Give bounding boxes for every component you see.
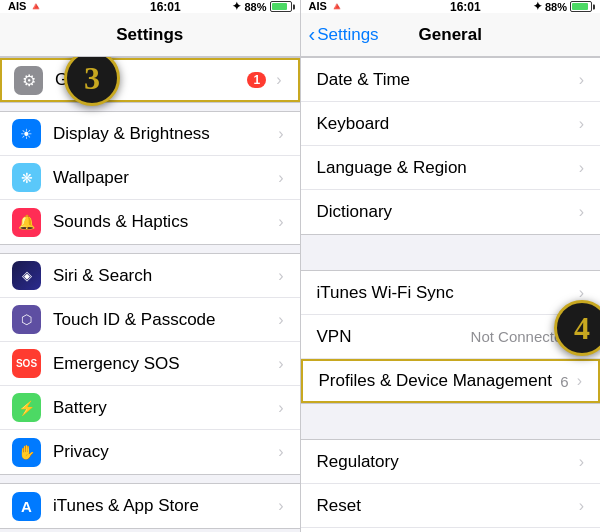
display-row[interactable]: ☀ Display & Brightness › xyxy=(0,112,300,156)
privacy-chevron: › xyxy=(278,443,283,461)
datetime-row[interactable]: Date & Time › xyxy=(301,58,601,102)
profiles-chevron: › xyxy=(577,372,582,390)
vpn-label: VPN xyxy=(317,327,471,347)
itunes-wifi-label: iTunes Wi-Fi Sync xyxy=(317,283,575,303)
battery-chevron: › xyxy=(278,399,283,417)
time-left: 16:01 xyxy=(150,0,181,14)
regulatory-row[interactable]: Regulatory › xyxy=(301,440,601,484)
touchid-chevron: › xyxy=(278,311,283,329)
battery-icon-right xyxy=(570,1,592,12)
time-right: 16:01 xyxy=(450,0,481,14)
sounds-chevron: › xyxy=(278,213,283,231)
itunes-group: A iTunes & App Store › xyxy=(0,483,300,529)
display-group: ☀ Display & Brightness › ❋ Wallpaper › 🔔… xyxy=(0,111,300,245)
touchid-row[interactable]: ⬡ Touch ID & Passcode › xyxy=(0,298,300,342)
settings-list: ⚙ General 1 › 3 ☀ Display & Brightness › xyxy=(0,57,300,532)
vpn-row[interactable]: VPN Not Connected › 4 xyxy=(301,315,601,359)
dictionary-row[interactable]: Dictionary › xyxy=(301,190,601,234)
regulatory-label: Regulatory xyxy=(317,452,575,472)
itunes-wifi-chevron: › xyxy=(579,284,584,302)
battery-label: Battery xyxy=(53,398,274,418)
datetime-label: Date & Time xyxy=(317,70,575,90)
settings-nav-bar: Settings xyxy=(0,13,300,57)
general-list: Date & Time › Keyboard › Language & Regi… xyxy=(301,57,601,532)
status-bar-left: AIS 🔺 16:01 ✦ 88% xyxy=(0,0,301,13)
siri-icon: ◈ xyxy=(12,261,41,290)
wallpaper-chevron: › xyxy=(278,169,283,187)
reset-chevron: › xyxy=(579,497,584,515)
keyboard-label: Keyboard xyxy=(317,114,575,134)
general-icon: ⚙ xyxy=(14,66,43,95)
dictionary-label: Dictionary xyxy=(317,202,575,222)
battery-icon-left xyxy=(270,1,292,12)
datetime-group: Date & Time › Keyboard › Language & Regi… xyxy=(301,57,601,235)
sounds-label: Sounds & Haptics xyxy=(53,212,274,232)
general-chevron: › xyxy=(276,71,281,89)
general-badge: 1 xyxy=(247,72,266,88)
settings-nav-title: Settings xyxy=(116,25,183,45)
display-icon: ☀ xyxy=(12,119,41,148)
itunes-icon: A xyxy=(12,492,41,521)
reset-label: Reset xyxy=(317,496,575,516)
battery-row[interactable]: ⚡ Battery › xyxy=(0,386,300,430)
battery-right-right: ✦ 88% xyxy=(533,0,592,13)
status-bar-right: AIS 🔺 16:01 ✦ 88% xyxy=(301,0,601,13)
wallpaper-icon: ❋ xyxy=(12,163,41,192)
bluetooth-icon-left: ✦ xyxy=(232,0,241,13)
privacy-label: Privacy xyxy=(53,442,274,462)
regulatory-chevron: › xyxy=(579,453,584,471)
bluetooth-icon-right: ✦ xyxy=(533,0,542,13)
privacy-row[interactable]: ✋ Privacy › xyxy=(0,430,300,474)
siri-group: ◈ Siri & Search › ⬡ Touch ID & Passcode … xyxy=(0,253,300,475)
itunes-row[interactable]: A iTunes & App Store › xyxy=(0,484,300,528)
privacy-icon: ✋ xyxy=(12,438,41,467)
keyboard-chevron: › xyxy=(579,115,584,133)
language-chevron: › xyxy=(579,159,584,177)
general-row[interactable]: ⚙ General 1 › 3 xyxy=(0,58,300,102)
sounds-row[interactable]: 🔔 Sounds & Haptics › xyxy=(0,200,300,244)
siri-row[interactable]: ◈ Siri & Search › xyxy=(0,254,300,298)
touchid-icon: ⬡ xyxy=(12,305,41,334)
sos-row[interactable]: SOS Emergency SOS › xyxy=(0,342,300,386)
sounds-icon: 🔔 xyxy=(12,208,41,237)
keyboard-row[interactable]: Keyboard › xyxy=(301,102,601,146)
step-4-circle: 4 xyxy=(554,300,600,356)
wallpaper-label: Wallpaper xyxy=(53,168,274,188)
general-nav-bar: ‹ Settings General xyxy=(301,13,601,57)
profiles-label: Profiles & Device Management xyxy=(319,371,561,391)
step-3-circle: 3 xyxy=(64,57,120,106)
display-chevron: › xyxy=(278,125,283,143)
battery-right-left: ✦ 88% xyxy=(232,0,291,13)
back-chevron: ‹ xyxy=(309,23,316,46)
siri-chevron: › xyxy=(278,267,283,285)
shutdown-row[interactable]: Shut Down xyxy=(301,528,601,532)
sos-chevron: › xyxy=(278,355,283,373)
sos-label: Emergency SOS xyxy=(53,354,274,374)
profiles-value: 6 xyxy=(560,373,568,390)
language-row[interactable]: Language & Region › xyxy=(301,146,601,190)
language-label: Language & Region xyxy=(317,158,575,178)
reset-row[interactable]: Reset › xyxy=(301,484,601,528)
back-label: Settings xyxy=(317,25,378,45)
itunes-chevron: › xyxy=(278,497,283,515)
general-panel: ‹ Settings General Date & Time › Keyboar… xyxy=(301,13,601,532)
display-label: Display & Brightness xyxy=(53,124,274,144)
siri-label: Siri & Search xyxy=(53,266,274,286)
dictionary-chevron: › xyxy=(579,203,584,221)
datetime-chevron: › xyxy=(579,71,584,89)
battery-icon-item: ⚡ xyxy=(12,393,41,422)
profiles-row[interactable]: Profiles & Device Management 6 › xyxy=(301,359,601,403)
itunes-label: iTunes & App Store xyxy=(53,496,274,516)
settings-panel: Settings ⚙ General 1 › 3 xyxy=(0,13,301,532)
wallpaper-row[interactable]: ❋ Wallpaper › xyxy=(0,156,300,200)
carrier-right: AIS 🔺 xyxy=(309,0,344,13)
regulatory-group: Regulatory › Reset › Shut Down xyxy=(301,439,601,532)
itunes-wifi-row[interactable]: iTunes Wi-Fi Sync › xyxy=(301,271,601,315)
carrier-left: AIS 🔺 xyxy=(8,0,43,13)
general-nav-title: General xyxy=(419,25,482,45)
back-button[interactable]: ‹ Settings xyxy=(309,23,379,46)
general-group: ⚙ General 1 › 3 xyxy=(0,57,300,103)
sos-icon: SOS xyxy=(12,349,41,378)
itunes-wifi-group: iTunes Wi-Fi Sync › VPN Not Connected › … xyxy=(301,270,601,404)
touchid-label: Touch ID & Passcode xyxy=(53,310,274,330)
